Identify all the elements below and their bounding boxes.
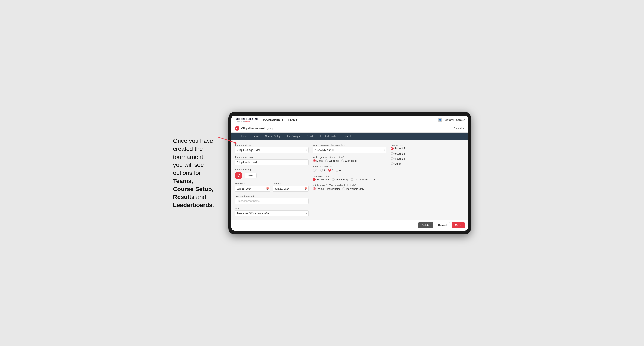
tournament-title-row: C Clippd Invitational (Men) (235, 126, 273, 131)
rounds-2-radio[interactable] (320, 169, 323, 172)
tab-details[interactable]: Details (235, 133, 248, 140)
logo-title: SCOREBOARD (235, 118, 258, 121)
tournament-host-label: Tournament Host (235, 144, 308, 146)
cancel-top-x: ✕ (462, 127, 464, 130)
sponsor-group: Sponsor (optional) Enter sponsor name (235, 195, 308, 204)
rounds-4[interactable]: 4 (336, 169, 341, 172)
logo-preview: C (235, 172, 242, 179)
tournament-name-label: Tournament name (235, 156, 308, 159)
rounds-label: Number of rounds (313, 165, 387, 168)
teams-group: Is this event for Teams and/or Individua… (313, 184, 387, 190)
tournament-gender-tag: (Men) (267, 127, 273, 130)
rounds-2[interactable]: 2 (320, 169, 326, 172)
start-date-input[interactable]: Jan 21, 2024 📅 (235, 186, 270, 192)
format-5count4[interactable]: 5 count 4 (391, 147, 464, 150)
delete-button[interactable]: Delete (418, 222, 433, 228)
tournament-name-group: Tournament name Clippd Invitational (235, 156, 308, 165)
format-group: Format type 5 count 4 6 count 4 (391, 144, 464, 165)
venue-group: Venue Peachtree GC - Atlanta - GA ▾ (235, 207, 308, 216)
division-dropdown-arrow: ▾ (384, 149, 384, 151)
format-6count4[interactable]: 6 count 4 (391, 152, 464, 155)
scoring-medal-radio[interactable] (351, 178, 354, 181)
format-6count5[interactable]: 6 count 5 (391, 157, 464, 160)
host-dropdown-arrow: ▾ (306, 149, 307, 151)
gender-combined[interactable]: Combined (341, 160, 357, 162)
teams-plus-individuals[interactable]: Teams (+Individuals) (313, 187, 340, 190)
upload-button[interactable]: Upload (244, 173, 257, 178)
gender-womens[interactable]: Womens (325, 160, 339, 162)
rounds-radio-group: 1 2 3 4 (313, 169, 387, 172)
scoring-match-radio[interactable] (332, 178, 335, 181)
tournament-header: C Clippd Invitational (Men) Cancel ✕ (231, 124, 468, 133)
tab-teams[interactable]: Teams (248, 133, 262, 140)
nav-teams[interactable]: TEAMS (288, 117, 298, 122)
cancel-button[interactable]: Cancel (434, 222, 450, 228)
scoring-stroke-play[interactable]: Stroke Play (313, 178, 330, 181)
gender-combined-radio[interactable] (341, 160, 344, 162)
venue-label: Venue (235, 207, 308, 209)
nav-tournaments[interactable]: TOURNAMENTS (262, 117, 284, 122)
tab-leaderboards[interactable]: Leaderboards (317, 133, 339, 140)
format-6count4-radio[interactable] (391, 152, 394, 155)
division-input[interactable]: NCAA Division III ▾ (313, 147, 387, 153)
format-6count5-radio[interactable] (391, 157, 394, 160)
tab-results[interactable]: Results (303, 133, 317, 140)
main-content: Tournament Host Clippd College - Men ▾ T… (231, 140, 468, 220)
scoring-match-play[interactable]: Match Play (332, 178, 348, 181)
bold-results: Results (173, 194, 194, 200)
teams-plus-radio[interactable] (313, 187, 316, 190)
tournament-logo-label: Tournament logo (235, 168, 308, 171)
cancel-top-button[interactable]: Cancel ✕ (454, 127, 464, 130)
rounds-3[interactable]: 3 (328, 169, 333, 172)
scoring-group: Scoring system Stroke Play Match Play (313, 175, 387, 181)
sponsor-input[interactable]: Enter sponsor name (235, 198, 308, 204)
format-other[interactable]: Other (391, 162, 464, 165)
tab-course-setup[interactable]: Course Setup (262, 133, 284, 140)
tournament-host-input[interactable]: Clippd College - Men ▾ (235, 147, 308, 153)
rounds-4-radio[interactable] (336, 169, 338, 172)
user-link[interactable]: Test User | Sign out (444, 119, 464, 121)
right-column: Format type 5 count 4 6 count 4 (391, 144, 464, 216)
venue-input[interactable]: Peachtree GC - Atlanta - GA ▾ (235, 210, 308, 216)
gender-label: Which gender is the event for? (313, 156, 387, 159)
left-column: Tournament Host Clippd College - Men ▾ T… (235, 144, 308, 216)
form-footer: Delete Cancel Save (231, 220, 468, 231)
end-date-input[interactable]: Jan 23, 2024 📅 (273, 186, 308, 192)
tab-printables[interactable]: Printables (339, 133, 356, 140)
logo-brand: clippd (246, 120, 250, 122)
format-5count4-radio[interactable] (391, 147, 394, 150)
end-date-group: End date Jan 23, 2024 📅 (273, 182, 308, 192)
end-calendar-icon: 📅 (304, 187, 307, 190)
user-avatar: 👤 (438, 118, 442, 122)
save-button[interactable]: Save (452, 222, 464, 228)
individuals-only[interactable]: Individuals Only (342, 187, 364, 190)
middle-column: Which division is the event for? NCAA Di… (313, 144, 387, 216)
rounds-1[interactable]: 1 (313, 169, 318, 172)
gender-womens-radio[interactable] (325, 160, 328, 162)
tournament-name-input[interactable]: Clippd Invitational (235, 160, 308, 165)
end-date-label: End date (273, 182, 308, 185)
gender-mens-radio[interactable] (313, 160, 316, 162)
scoring-radio-group: Stroke Play Match Play Medal Match Play (313, 178, 387, 181)
sponsor-label: Sponsor (optional) (235, 195, 308, 197)
venue-dropdown-arrow: ▾ (306, 212, 307, 214)
tablet-frame: SCOREBOARD Powered by clippd TOURNAMENTS… (228, 112, 471, 234)
gender-mens[interactable]: Mens (313, 160, 323, 162)
start-date-group: Start date Jan 21, 2024 📅 (235, 182, 270, 192)
logo-subtitle: Powered by clippd (235, 121, 258, 122)
start-calendar-icon: 📅 (266, 187, 269, 190)
tab-tee-groups[interactable]: Tee Groups (284, 133, 303, 140)
header-right: 👤 Test User | Sign out (438, 118, 464, 122)
annotation-text: Once you have created the tournament, yo… (173, 137, 220, 209)
gender-group: Which gender is the event for? Mens Wome… (313, 156, 387, 162)
format-other-radio[interactable] (391, 162, 394, 165)
rounds-3-radio[interactable] (328, 169, 331, 172)
teams-radio-group: Teams (+Individuals) Individuals Only (313, 187, 387, 190)
individuals-only-radio[interactable] (342, 187, 345, 190)
rounds-1-radio[interactable] (313, 169, 316, 172)
scoring-stroke-radio[interactable] (313, 178, 316, 181)
scoring-medal-match-play[interactable]: Medal Match Play (351, 178, 374, 181)
gender-radio-group: Mens Womens Combined (313, 160, 387, 162)
bold-leaderboards: Leaderboards (173, 202, 212, 208)
cancel-top-label: Cancel (454, 127, 462, 130)
